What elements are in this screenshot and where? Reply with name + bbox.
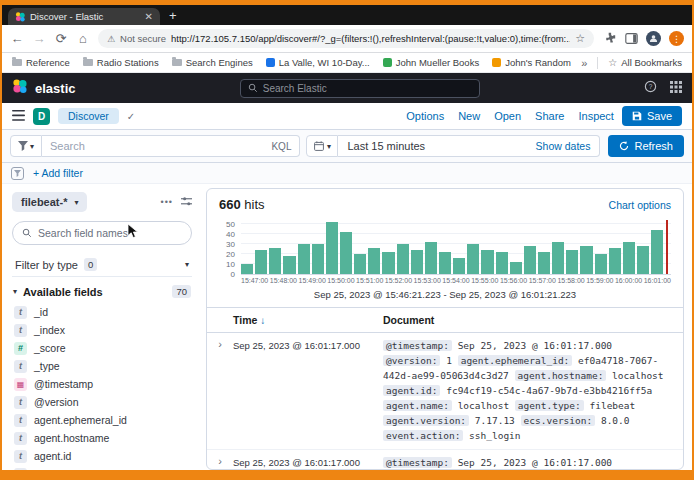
top-nav-open[interactable]: Open [494,110,521,122]
home-icon[interactable]: ⌂ [76,31,90,46]
histogram-bar[interactable] [552,242,564,274]
global-search[interactable] [240,79,480,98]
bookmark-item[interactable]: Search Engines [172,57,253,68]
field-search-input[interactable] [38,227,182,239]
histogram-bar[interactable] [538,252,550,274]
histogram-bar[interactable] [269,248,281,274]
browser-tab[interactable]: Discover - Elastic ✕ [8,8,160,25]
extensions-puzzle-icon[interactable] [602,32,616,46]
field-item[interactable]: tagent.id [12,447,192,465]
field-search[interactable] [12,221,192,245]
query-input[interactable] [50,140,265,152]
bookmark-item[interactable]: John's Random Tho... [492,57,571,68]
histogram-bar[interactable] [312,244,324,274]
filter-by-type[interactable]: Filter by type 0 ▾ [12,253,192,277]
apps-grid-icon[interactable] [670,79,682,97]
histogram-bar[interactable] [298,244,310,274]
side-panel-icon[interactable] [624,32,638,46]
expand-row-icon[interactable]: › [207,455,233,469]
histogram-bar[interactable] [368,248,380,274]
histogram-bar[interactable] [566,250,578,274]
profile-avatar[interactable] [646,31,661,46]
histogram-bar[interactable] [595,254,607,274]
available-fields-header[interactable]: ▾ Available fields 70 [12,285,192,303]
histogram-bar[interactable] [623,242,635,274]
kql-label[interactable]: KQL [271,141,291,152]
field-item[interactable]: tagent.hostname [12,429,192,447]
histogram-bar[interactable] [524,246,536,274]
doc-table-row[interactable]: ›Sep 25, 2023 @ 16:01:17.000@timestamp: … [207,450,683,469]
histogram-bar[interactable] [651,230,663,274]
histogram-bar[interactable] [397,244,409,274]
histogram-bar[interactable] [241,264,253,274]
histogram-bar[interactable] [326,222,338,274]
all-bookmarks-button[interactable]: ☆ All Bookmarks [608,57,682,68]
histogram-bar[interactable] [580,246,592,274]
help-icon[interactable]: ? [644,79,657,97]
histogram-bar[interactable] [481,250,493,274]
show-dates-link[interactable]: Show dates [536,140,591,152]
bookmark-star-icon[interactable]: ☆ [575,32,585,45]
field-item[interactable]: #_score [12,339,192,357]
top-nav-options[interactable]: Options [406,110,444,122]
saved-query-menu-button[interactable]: ▾ [10,135,42,157]
bookmarks-overflow-icon[interactable]: » [581,57,587,69]
hamburger-menu-icon[interactable] [12,107,25,125]
elastic-logo[interactable] [12,79,27,98]
histogram-bar[interactable] [283,256,295,274]
forward-icon[interactable]: → [32,31,46,46]
field-item[interactable]: ▦@timestamp [12,375,192,393]
add-filter-link[interactable]: + Add filter [33,167,83,179]
bookmark-item[interactable]: John Mueller Books [383,57,479,68]
date-picker-button[interactable]: ▾ [306,135,338,157]
filter-box-icon[interactable] [11,167,24,180]
tab-close-icon[interactable]: ✕ [145,11,153,22]
histogram-bar[interactable] [609,248,621,274]
histogram-bar[interactable] [255,250,267,274]
back-icon[interactable]: ← [10,31,24,46]
field-item[interactable]: t_type [12,357,192,375]
index-pattern-switcher[interactable]: filebeat-* ▾ [12,192,87,212]
browser-menu-icon[interactable]: ⋮ [669,31,684,46]
histogram-bar[interactable] [439,252,451,274]
histogram-bar[interactable] [425,242,437,274]
field-settings-icon[interactable] [181,193,192,211]
histogram-bar[interactable] [411,250,423,274]
save-button[interactable]: Save [622,106,682,126]
top-nav-new[interactable]: New [458,110,480,122]
more-options-icon[interactable]: ••• [161,197,173,207]
refresh-button[interactable]: Refresh [608,135,684,157]
histogram-bar[interactable] [354,254,366,274]
histogram-bar[interactable] [340,232,352,274]
top-nav-inspect[interactable]: Inspect [578,110,613,122]
url-bar[interactable]: ⚠ Not secure http://172.105.7.150/app/di… [98,29,594,48]
histogram-plot[interactable] [241,220,671,275]
field-item[interactable]: t_index [12,321,192,339]
field-item[interactable]: tagent.name [12,465,192,470]
histogram-bar[interactable] [382,252,394,274]
histogram-bar[interactable] [453,258,465,274]
breadcrumb-discover[interactable]: Discover [58,108,119,124]
reload-icon[interactable]: ⟳ [54,31,68,46]
histogram-bar[interactable] [467,244,479,274]
global-search-input[interactable] [263,83,472,94]
field-item[interactable]: t@version [12,393,192,411]
field-item[interactable]: tagent.ephemeral_id [12,411,192,429]
bookmark-item[interactable]: La Valle, WI 10-Day... [266,57,370,68]
histogram-bar[interactable] [510,262,522,274]
histogram-bar[interactable] [637,246,649,274]
bookmark-item[interactable]: Radio Stations [83,57,159,68]
time-column-header[interactable]: Time ↓ [233,308,383,332]
chart-options-link[interactable]: Chart options [609,199,671,211]
top-nav-share[interactable]: Share [535,110,564,122]
time-range-label[interactable]: Last 15 minutes [347,140,425,152]
histogram-bar[interactable] [496,252,508,274]
space-avatar[interactable]: D [33,108,50,125]
doc-table-row[interactable]: ›Sep 25, 2023 @ 16:01:17.000@timestamp: … [207,333,683,450]
bookmark-item[interactable]: Reference [12,57,70,68]
field-item[interactable]: t_id [12,303,192,321]
new-tab-button[interactable]: + [169,8,177,23]
query-input-wrap[interactable]: KQL [42,135,300,157]
time-range-display[interactable]: Last 15 minutes Show dates [338,135,600,157]
expand-row-icon[interactable]: › [207,338,233,443]
